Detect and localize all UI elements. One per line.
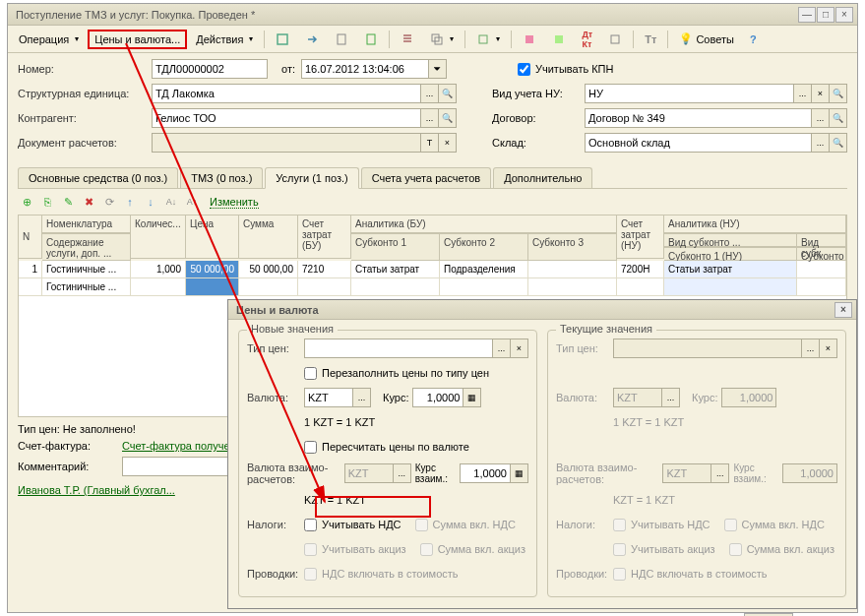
col-price[interactable]: Цена	[186, 216, 239, 259]
cell-sub2[interactable]: Подразделения	[440, 261, 528, 278]
vat-checkbox[interactable]	[304, 519, 317, 531]
tab-fixed-assets[interactable]: Основные средства (0 поз.)	[18, 167, 178, 188]
table-row[interactable]: Гостиничные ...	[19, 278, 846, 296]
tb-icon-7[interactable]	[469, 29, 507, 50]
tb-icon-10[interactable]: ДтКт	[575, 26, 599, 53]
tb-icon-1[interactable]	[269, 29, 296, 50]
vat-checkbox-label[interactable]: Учитывать НДС	[304, 519, 402, 531]
grid-add-button[interactable]: ⊕	[18, 193, 35, 211]
contractor-input[interactable]	[152, 108, 421, 128]
cell-acc[interactable]: 7210	[298, 261, 351, 278]
contract-input[interactable]	[585, 108, 812, 128]
struct-select-button[interactable]: ...	[421, 84, 439, 103]
grid-down-button[interactable]: ↓	[142, 193, 159, 211]
tab-additional[interactable]: Дополнительно	[493, 167, 592, 188]
rate-mut-input[interactable]	[460, 463, 511, 483]
tb-icon-12[interactable]: Tт	[638, 30, 663, 49]
tb-icon-2[interactable]	[298, 29, 326, 50]
tb-icon-5[interactable]	[394, 29, 421, 50]
author-link[interactable]: Иванова Т.Р. (Главный бухгал...	[18, 484, 175, 496]
col-nomenclature[interactable]: Номенклатура	[42, 216, 131, 233]
date-picker-button[interactable]: ⏷	[429, 59, 447, 79]
struct-search-button[interactable]: 🔍	[439, 84, 457, 103]
col-analytics-nu[interactable]: Аналитика (НУ)	[664, 216, 846, 233]
cell-price[interactable]: 50 000,00	[186, 261, 239, 278]
help-button[interactable]: ?	[743, 30, 764, 49]
nu-input[interactable]	[585, 84, 794, 103]
col-qty[interactable]: Количес...	[131, 216, 186, 259]
col-acc-nu[interactable]: Счет затрат (НУ)	[617, 216, 664, 259]
cell-sub3[interactable]	[528, 261, 617, 278]
minimize-button[interactable]: —	[798, 7, 816, 23]
rate-mut-calc[interactable]: ▦	[511, 463, 528, 483]
recalc-checkbox-label[interactable]: Пересчитать цены по валюте	[304, 441, 469, 454]
col-sum[interactable]: Сумма	[239, 216, 298, 259]
col-sub3[interactable]: Субконто 3	[528, 233, 617, 261]
price-type-input[interactable]	[304, 339, 493, 358]
prices-currency-button[interactable]: Цены и валюта...	[88, 30, 187, 49]
table-row[interactable]: 1 Гостиничные ... 1,000 50 000,00 50 000…	[19, 261, 846, 278]
contract-search-button[interactable]: 🔍	[830, 108, 847, 128]
currency-input[interactable]	[304, 388, 353, 407]
col-content[interactable]: Содержание услуги, доп. ...	[42, 233, 131, 261]
col-sub2[interactable]: Субконто 2	[440, 233, 528, 261]
settle-clear-button[interactable]: ×	[439, 133, 457, 153]
operation-menu[interactable]: Операция	[12, 30, 86, 49]
col-analytics-bu[interactable]: Аналитика (БУ)	[351, 216, 617, 233]
dialog-close-button[interactable]: ×	[834, 302, 852, 318]
cell-n[interactable]: 1	[19, 261, 42, 278]
tab-tmz[interactable]: ТМЗ (0 поз.)	[180, 167, 263, 188]
contractor-select-button[interactable]: ...	[421, 108, 439, 128]
settle-t-button[interactable]: T	[421, 133, 439, 153]
actions-menu[interactable]: Действия	[189, 30, 260, 49]
col-acc-bu[interactable]: Счет затрат (БУ)	[298, 216, 351, 259]
close-button[interactable]: ×	[835, 7, 853, 23]
cell-accnu[interactable]: 7200Н	[617, 261, 664, 278]
currency-select[interactable]: ...	[353, 388, 371, 407]
kpn-checkbox[interactable]	[518, 63, 530, 76]
cell-qty[interactable]: 1,000	[131, 261, 186, 278]
warehouse-search-button[interactable]: 🔍	[830, 133, 847, 153]
comment-input[interactable]	[122, 457, 235, 476]
tb-icon-4[interactable]	[357, 29, 385, 50]
price-type-clear[interactable]: ×	[511, 339, 528, 358]
tb-icon-8[interactable]	[516, 29, 543, 50]
col-vsub[interactable]: Вид субк	[797, 233, 846, 247]
contractor-search-button[interactable]: 🔍	[439, 108, 457, 128]
grid-refresh-button[interactable]: ⟳	[100, 193, 118, 211]
nu-clear-button[interactable]: ×	[812, 84, 830, 103]
tb-icon-3[interactable]	[328, 29, 355, 50]
col-vsub1[interactable]: Вид субконто ...	[664, 233, 797, 247]
tb-icon-9[interactable]	[545, 29, 573, 50]
tb-icon-6[interactable]	[423, 29, 461, 50]
cell-vsub1[interactable]: Статьи затрат	[664, 261, 797, 278]
cell-sub1[interactable]: Статьи затрат	[351, 261, 440, 278]
contract-select-button[interactable]: ...	[812, 108, 830, 128]
warehouse-select-button[interactable]: ...	[812, 133, 830, 153]
cell-nom[interactable]: Гостиничные ...	[42, 261, 131, 278]
tab-settlement-accounts[interactable]: Счета учета расчетов	[361, 167, 491, 188]
cell-vsub[interactable]	[797, 261, 846, 278]
nu-select-button[interactable]: ...	[794, 84, 812, 103]
cell-sum[interactable]: 50 000,00	[239, 261, 298, 278]
col-sub1[interactable]: Субконто 1	[351, 233, 440, 261]
nu-search-button[interactable]: 🔍	[830, 84, 847, 103]
kpn-checkbox-label[interactable]: Учитывать КПН	[518, 63, 614, 76]
grid-sort-az-button[interactable]: A↓	[162, 193, 180, 211]
grid-add-copy-button[interactable]: ⎘	[38, 193, 56, 211]
struct-input[interactable]	[152, 84, 421, 103]
grid-edit-button[interactable]: ✎	[59, 193, 77, 211]
price-type-select[interactable]: ...	[493, 339, 511, 358]
tb-icon-11[interactable]	[601, 29, 629, 50]
grid-change-link[interactable]: Изменить	[210, 196, 259, 209]
rate-calc[interactable]: ▦	[463, 388, 481, 407]
cell-nom2[interactable]: Гостиничные ...	[42, 278, 131, 296]
grid-sort-za-button[interactable]: A↑	[183, 193, 201, 211]
rate-input[interactable]	[412, 388, 463, 407]
grid-up-button[interactable]: ↑	[121, 193, 139, 211]
warehouse-input[interactable]	[585, 133, 812, 153]
col-n[interactable]: N	[19, 216, 42, 259]
tips-button[interactable]: 💡Советы	[672, 29, 740, 49]
refill-checkbox[interactable]	[304, 367, 317, 380]
col-sub1-nu[interactable]: Субконто 1 (НУ)	[664, 247, 797, 261]
